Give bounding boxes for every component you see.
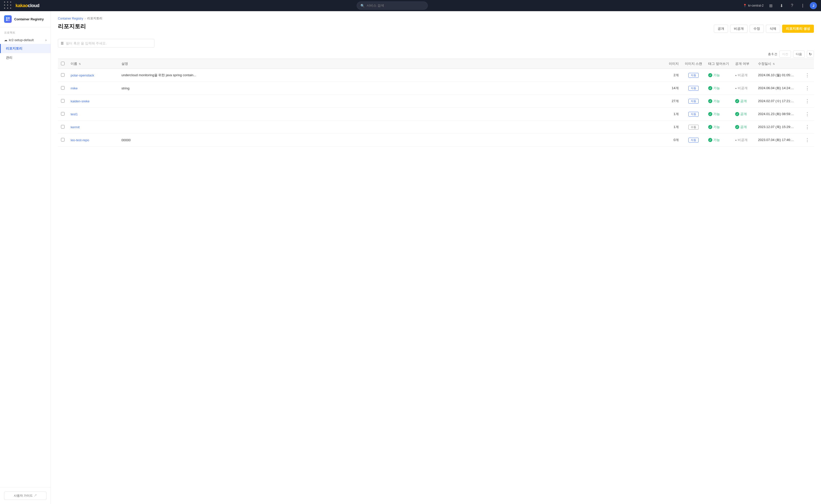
row-more-button[interactable]: ⋮ [804, 98, 811, 105]
filter-input-wrap[interactable]: ☰ [58, 39, 154, 48]
col-header-name[interactable]: 이름 ⇅ [68, 59, 118, 69]
row-more-button[interactable]: ⋮ [804, 85, 811, 92]
row-scan-cell: 수동 [682, 121, 705, 134]
sidebar-item-management[interactable]: 관리 [0, 53, 51, 62]
row-desc-cell: 00000 [118, 134, 666, 147]
tag-status: 가능 [708, 99, 720, 103]
separator-icon: | [799, 2, 806, 9]
repo-name-link[interactable]: polar-openstack [71, 73, 94, 77]
scan-badge: 자동 [688, 86, 699, 91]
row-public-cell: 비공개 [732, 82, 755, 95]
private-status: 비공개 [735, 86, 748, 90]
filter-icon: ☰ [61, 41, 64, 45]
row-checkbox-cell [58, 121, 68, 134]
breadcrumb-separator: › [85, 17, 86, 20]
scan-badge: 수동 [688, 125, 699, 130]
next-button[interactable]: 다음 [793, 51, 805, 58]
row-scan-cell: 자동 [682, 95, 705, 108]
row-checkbox-2[interactable] [61, 99, 65, 103]
layout-icon[interactable]: ⊞ [767, 2, 774, 9]
repo-name-link[interactable]: mike [71, 86, 77, 90]
repo-name-link[interactable]: kaiden-sreke [71, 99, 89, 103]
cloud-icon: ☁ [4, 38, 7, 42]
row-name-cell: kaiden-sreke [68, 95, 118, 108]
row-public-cell: 공개 [732, 108, 755, 121]
row-more-cell: ⋮ [801, 134, 814, 147]
scan-badge: 자동 [688, 112, 699, 117]
row-more-button[interactable]: ⋮ [804, 111, 811, 118]
search-icon: 🔍 [360, 4, 365, 8]
search-placeholder: 서비스 검색 [367, 3, 384, 8]
table-row: mike string 14개 자동 가능 비공개 2024.06.04 (화)… [58, 82, 814, 95]
region-selector[interactable]: 📍 kr-central-2 [743, 4, 764, 7]
edit-button[interactable]: 수정 [750, 25, 764, 33]
svg-rect-3 [8, 19, 10, 21]
refresh-button[interactable]: ↻ [807, 51, 814, 58]
table-row: kaiden-sreke 27개 자동 가능 공개 2024.02.07 (수)… [58, 95, 814, 108]
row-tag-cell: 가능 [705, 82, 732, 95]
row-checkbox-3[interactable] [61, 112, 65, 116]
select-all-checkbox[interactable] [61, 62, 65, 65]
row-more-button[interactable]: ⋮ [804, 123, 811, 131]
user-avatar[interactable]: J [810, 2, 817, 9]
row-tag-cell: 가능 [705, 121, 732, 134]
private-status: 비공개 [735, 73, 748, 77]
count-row: 총 6 건 이전 다음 ↻ [58, 51, 814, 58]
row-tag-cell: 가능 [705, 134, 732, 147]
user-guide-button[interactable]: 사용자 가이드 ↗ [4, 492, 46, 500]
tag-status: 가능 [708, 73, 720, 77]
row-scan-cell: 자동 [682, 82, 705, 95]
row-checkbox-1[interactable] [61, 86, 65, 90]
sort-name-icon: ⇅ [79, 62, 81, 65]
sidebar-project-row[interactable]: ☁ kr2-setup-default › [0, 36, 51, 44]
table-row: polar-openstack undercloud monitoring을 위… [58, 69, 814, 82]
main-content: Container Registry › 리포지토리 리포지토리 공개 비공개 … [51, 11, 821, 504]
breadcrumb: Container Registry › 리포지토리 [58, 16, 814, 21]
row-image-cell: 0개 [666, 134, 682, 147]
sidebar: Container Registry 프로젝트 ☁ kr2-setup-defa… [0, 11, 51, 504]
row-image-cell: 27개 [666, 95, 682, 108]
sidebar-header: Container Registry [0, 11, 51, 27]
col-header-check [58, 59, 68, 69]
row-checkbox-0[interactable] [61, 73, 65, 77]
prev-button[interactable]: 이전 [779, 51, 791, 58]
sidebar-item-repository[interactable]: 리포지토리 [0, 44, 51, 53]
repo-name-link[interactable]: kermit [71, 125, 80, 129]
row-more-cell: ⋮ [801, 121, 814, 134]
repo-name-link[interactable]: test1 [71, 112, 78, 116]
col-header-more [801, 59, 814, 69]
service-icon [4, 15, 12, 23]
row-more-button[interactable]: ⋮ [804, 136, 811, 144]
public-status: 공개 [735, 112, 747, 116]
repo-name-link[interactable]: leo-test-repo [71, 138, 89, 142]
row-more-cell: ⋮ [801, 95, 814, 108]
tag-status: 가능 [708, 138, 720, 142]
breadcrumb-parent[interactable]: Container Registry [58, 17, 83, 20]
brand-logo: kakaocloud [15, 3, 39, 8]
row-checkbox-cell [58, 134, 68, 147]
private-button[interactable]: 비공개 [730, 25, 748, 33]
col-header-date[interactable]: 수정일시 ⇅ [755, 59, 801, 69]
filter-input[interactable] [66, 41, 152, 45]
grid-menu-icon[interactable] [4, 2, 12, 10]
help-icon[interactable]: ? [788, 2, 796, 9]
delete-button[interactable]: 삭제 [766, 25, 780, 33]
table-row: test1 1개 자동 가능 공개 2024.01.23 (화) 08:59:.… [58, 108, 814, 121]
row-date-cell: 2023.12.07 (목) 15:29:... [755, 121, 801, 134]
row-checkbox-4[interactable] [61, 125, 65, 129]
create-repository-button[interactable]: 리포지토리 생성 [782, 25, 814, 33]
row-more-button[interactable]: ⋮ [804, 72, 811, 79]
download-icon[interactable]: ⬇ [778, 2, 785, 9]
row-more-cell: ⋮ [801, 82, 814, 95]
row-desc-cell [118, 108, 666, 121]
public-button[interactable]: 공개 [714, 25, 728, 33]
row-checkbox-5[interactable] [61, 138, 65, 141]
breadcrumb-current: 리포지토리 [87, 16, 102, 21]
row-tag-cell: 가능 [705, 108, 732, 121]
search-box[interactable]: 🔍 서비스 검색 [357, 2, 428, 10]
svg-rect-2 [6, 19, 8, 21]
sidebar-service-title: Container Registry [14, 17, 44, 21]
col-header-tag: 태그 덮어쓰기 [705, 59, 732, 69]
row-desc-cell: undercloud monitoring을 위한 java spring co… [118, 69, 666, 82]
table-row: kermit 1개 수동 가능 공개 2023.12.07 (목) 15:29:… [58, 121, 814, 134]
